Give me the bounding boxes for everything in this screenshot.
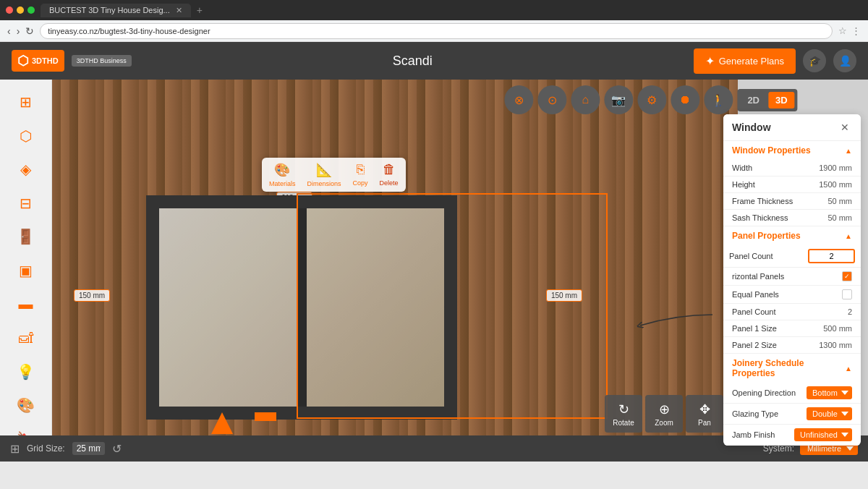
height-label: Height xyxy=(732,180,755,189)
2d-mode-btn[interactable]: 2D xyxy=(740,92,767,109)
sidebar-wall-btn[interactable]: ▬ xyxy=(10,289,42,320)
sidebar-paint-btn[interactable]: 🎨 xyxy=(10,390,42,421)
house-view-btn[interactable]: ⌂ xyxy=(571,85,600,114)
panel-count-2-value: 2 xyxy=(848,307,852,316)
panel-section-collapse-icon: ▲ xyxy=(845,232,852,240)
joinery-section[interactable]: Joinery Schedule Properties ▲ xyxy=(723,354,861,383)
pan-icon: ✥ xyxy=(699,401,710,417)
panel-count-2-row: Panel Count 2 xyxy=(723,304,861,320)
rotate-btn[interactable]: ↻ Rotate xyxy=(605,395,642,433)
sidebar-cube-btn[interactable]: ⬡ xyxy=(10,121,42,152)
panel2-row: Panel 2 Size 1300 mm xyxy=(723,337,861,354)
record-view-btn[interactable]: ⏺ xyxy=(671,85,699,114)
dimension-right: 150 mm xyxy=(546,289,582,302)
camera-controls: ↻ Rotate ⊕ Zoom ✥ Pan xyxy=(605,395,723,433)
logo-business: 3DTHD Business xyxy=(72,55,132,67)
user-btn[interactable]: 👤 xyxy=(833,49,856,72)
logo: ⬡ 3DTHD xyxy=(12,50,64,72)
sash-thickness-row: Sash Thickness 50 mm xyxy=(723,210,861,226)
joinery-title: Joinery Schedule Properties xyxy=(732,358,845,378)
panel-close-btn[interactable]: ✕ xyxy=(838,120,852,135)
glazing-type-label: Glazing Type xyxy=(732,409,778,418)
address-bar[interactable]: tinyeasy.co.nz/bugtest-3d-tiny-house-des… xyxy=(48,27,210,35)
sash-thickness-label: Sash Thickness xyxy=(732,213,788,222)
panel2-label: Panel 2 Size xyxy=(732,341,777,349)
selection-line-top xyxy=(297,193,608,195)
panel-properties-section[interactable]: Panel Properties ▲ xyxy=(723,226,861,245)
settings-view-btn[interactable]: ⚙ xyxy=(637,85,666,114)
context-toolbar: 🎨 Materials 📐 Dimensions ⎘ Copy 🗑 Delete xyxy=(262,158,406,192)
opening-direction-label: Opening Direction xyxy=(732,388,796,397)
height-value: 1500 mm xyxy=(819,180,852,189)
window-properties-panel: Window ✕ Window Properties ▲ Width 1900 … xyxy=(723,114,861,446)
panel-count-input-row: Panel Count xyxy=(723,245,861,268)
camera-view-btn[interactable]: 📷 xyxy=(604,85,633,114)
reset-grid-btn[interactable]: ↺ xyxy=(112,442,122,456)
window-glass-left xyxy=(159,208,297,407)
pan-btn[interactable]: ✥ Pan xyxy=(686,395,723,433)
width-label: Width xyxy=(732,163,752,172)
sidebar-layers-btn[interactable]: ⊞ xyxy=(10,87,42,118)
panel-count-annotation xyxy=(633,311,720,333)
grid-size-input[interactable] xyxy=(72,442,105,455)
copy-icon: ⎘ xyxy=(357,162,365,177)
sidebar-grid-btn[interactable]: ⊟ xyxy=(10,188,42,219)
jamb-finish-select[interactable]: Unfinished xyxy=(794,428,852,441)
3d-mode-btn[interactable]: 3D xyxy=(768,92,795,109)
grid-icon: ⊞ xyxy=(10,442,20,456)
horizontal-panels-checkbox[interactable]: ✓ xyxy=(842,271,852,281)
menu-icon: ⋮ xyxy=(851,25,861,36)
equal-panels-row: Equal Panels xyxy=(723,286,861,304)
left-sidebar: ⊞ ⬡ ◈ ⊟ 🚪 ▣ ▬ 🛋 💡 🎨 🔖 xyxy=(0,80,52,462)
panel-count-input[interactable] xyxy=(808,249,855,263)
sidebar-window-btn[interactable]: ▣ xyxy=(10,255,42,286)
grid-size-label: Grid Size: xyxy=(27,443,65,454)
tab-close[interactable]: ✕ xyxy=(176,6,182,15)
generate-plus-icon: ✦ xyxy=(705,54,715,68)
panel1-value: 500 mm xyxy=(823,324,852,333)
rotate-icon: ↻ xyxy=(618,401,629,417)
window-divider xyxy=(297,208,307,407)
back-btn[interactable]: ‹ xyxy=(7,25,11,37)
glazing-type-select[interactable]: Double xyxy=(807,407,852,420)
window-glass-right xyxy=(307,208,444,407)
sidebar-light-btn[interactable]: 💡 xyxy=(10,356,42,387)
materials-btn[interactable]: 🎨 Materials xyxy=(269,162,296,187)
new-tab-btn[interactable]: + xyxy=(197,4,203,16)
generate-plans-btn[interactable]: ✦ Generate Plans xyxy=(694,48,796,74)
opening-direction-select[interactable]: Bottom xyxy=(807,386,852,399)
forward-btn[interactable]: › xyxy=(17,25,20,37)
equal-panels-label: Equal Panels xyxy=(732,290,779,299)
selection-line-right xyxy=(606,193,608,417)
app-title: Scandi xyxy=(132,54,694,69)
person-view-btn[interactable]: 🚶 xyxy=(704,85,733,114)
view-controls: ⊗ ⊙ ⌂ 📷 ⚙ ⏺ 🚶 2D 3D xyxy=(504,85,797,114)
materials-icon: 🎨 xyxy=(274,162,290,178)
copy-btn[interactable]: ⎘ Copy xyxy=(353,162,368,187)
window-properties-title: Window Properties xyxy=(732,145,811,156)
tab-title: BUCTEST 3D Tiny House Desig... xyxy=(49,6,170,14)
equal-panels-checkbox[interactable] xyxy=(842,289,852,299)
logo-icon: ⬡ xyxy=(17,53,29,69)
top-toolbar: ⬡ 3DTHD 3DTHD Business Scandi ✦ Generate… xyxy=(0,42,868,80)
refresh-btn[interactable]: ↻ xyxy=(25,25,34,37)
dimension-left: 150 mm xyxy=(74,289,110,302)
dimensions-btn[interactable]: 📐 Dimensions xyxy=(307,162,341,187)
sidebar-door-btn[interactable]: 🚪 xyxy=(10,221,42,252)
panel-count-2-label: Panel Count xyxy=(732,307,776,316)
bookmark-icon: ☆ xyxy=(838,25,847,36)
jamb-finish-label: Jamb Finish xyxy=(732,430,775,439)
help-btn[interactable]: 🎓 xyxy=(803,49,826,72)
delete-btn[interactable]: 🗑 Delete xyxy=(380,162,399,187)
panel2-value: 1300 mm xyxy=(819,341,852,349)
layers-view-btn[interactable]: ⊗ xyxy=(504,85,533,114)
window-properties-section[interactable]: Window Properties ▲ xyxy=(723,141,861,160)
sidebar-perspective-btn[interactable]: ◈ xyxy=(10,154,42,185)
sidebar-furniture-btn[interactable]: 🛋 xyxy=(10,323,42,354)
opening-direction-row: Opening Direction Bottom xyxy=(723,383,861,404)
selection-line-bottom xyxy=(297,417,608,419)
zoom-btn[interactable]: ⊕ Zoom xyxy=(645,395,683,433)
handle-drag[interactable] xyxy=(255,412,276,421)
search-view-btn[interactable]: ⊙ xyxy=(537,85,566,114)
panel1-row: Panel 1 Size 500 mm xyxy=(723,320,861,337)
